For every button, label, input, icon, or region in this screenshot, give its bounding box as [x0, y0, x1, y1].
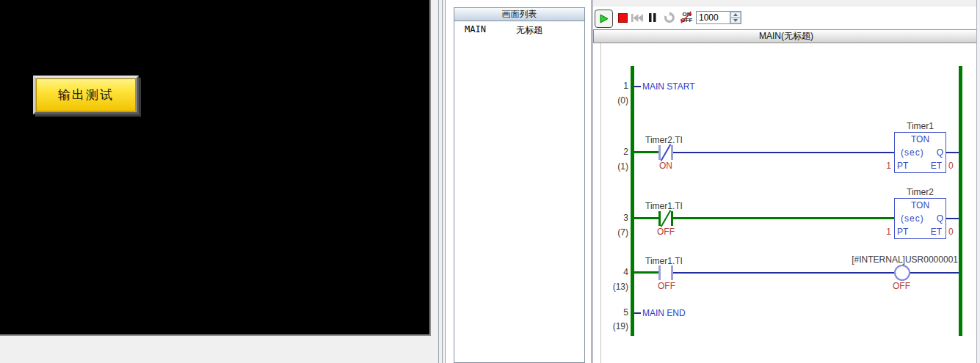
canvas-margin-line: [600, 43, 601, 363]
ton-pt-label: PT: [897, 161, 908, 171]
right-power-rail: [959, 66, 962, 336]
screen-list-row-main[interactable]: MAIN 无标题: [454, 23, 584, 36]
screen-list-panel: 画面列表 MAIN 无标题: [454, 7, 585, 363]
scan-interval-spinner: [696, 11, 741, 24]
window-top-strip: [593, 0, 980, 7]
ton-type: TON: [895, 200, 945, 210]
contact-bar: [658, 265, 661, 280]
rung-number: 5: [602, 307, 628, 318]
rung-number: 1: [602, 81, 628, 91]
ton-type: TON: [895, 134, 945, 144]
wire-energized: [633, 151, 658, 153]
wire-energized: [673, 217, 894, 219]
rung-number: 2: [602, 147, 628, 157]
ladder-title-bar: MAIN(无标题): [593, 29, 979, 43]
screen-name: MAIN: [465, 24, 486, 34]
contact-bar: [658, 145, 661, 160]
ton-unit: (sec): [901, 213, 924, 224]
contact-name: Timer1.TI: [645, 201, 683, 211]
ton-et-value: 0: [948, 161, 954, 171]
pause-icon: [648, 12, 657, 23]
run-button[interactable]: [595, 10, 613, 28]
chevron-down-icon: [733, 19, 738, 22]
ton-block-timer2[interactable]: TON (sec) Q PT ET: [894, 198, 946, 239]
refresh-icon: [663, 12, 676, 23]
chevron-up-icon: [733, 13, 738, 16]
rung-step: (0): [602, 95, 628, 106]
window-divider-line: [442, 0, 443, 363]
contact-state: OFF: [658, 281, 675, 291]
rung-label-main-start[interactable]: MAIN START: [642, 81, 695, 92]
ton-et-value: 0: [948, 227, 954, 237]
stop-button[interactable]: [618, 13, 628, 23]
rung-step: (19): [602, 321, 628, 331]
ton-q-label: Q: [937, 213, 943, 224]
ton-block-name: Timer1: [894, 121, 946, 131]
screen-title: 无标题: [516, 24, 542, 37]
rung-tick-wire: [634, 312, 641, 314]
rung-number: 3: [602, 213, 628, 223]
step-refresh-button[interactable]: [663, 12, 676, 23]
ton-block-name: Timer2: [894, 187, 946, 197]
coil-usr0000001[interactable]: [894, 265, 910, 281]
screen-list-window: 画面列表 MAIN 无标题: [445, 0, 592, 363]
ton-pt-label: PT: [897, 227, 908, 237]
contact-state: ON: [659, 161, 672, 171]
ton-q-label: Q: [937, 147, 943, 158]
spin-down-button[interactable]: [730, 18, 741, 23]
hmi-screen: 输出测试: [0, 0, 431, 336]
ton-et-label: ET: [931, 161, 942, 171]
reset-rewind-button[interactable]: [631, 13, 644, 23]
ton-unit: (sec): [901, 147, 924, 158]
wire-q-output: [946, 152, 959, 153]
play-icon: [599, 14, 609, 23]
rung-tick-wire: [634, 86, 641, 87]
rung-number: 4: [602, 267, 628, 277]
coil-name: [#INTERNAL]USR0000001: [833, 254, 958, 265]
ladder-title: MAIN(无标题): [759, 31, 813, 41]
contact-name: Timer2.TI: [645, 135, 683, 145]
output-test-button[interactable]: 输出测试: [33, 76, 139, 114]
spin-up-button[interactable]: [730, 12, 741, 18]
pause-button[interactable]: [648, 12, 657, 23]
left-power-rail: [631, 66, 634, 336]
contact-state: OFF: [657, 227, 675, 237]
contact-name: Timer1.TI: [645, 256, 683, 266]
rung-label-main-end[interactable]: MAIN END: [642, 308, 686, 318]
ton-et-label: ET: [931, 227, 942, 237]
ton-block-timer1[interactable]: TON (sec) Q PT ET: [894, 132, 946, 173]
scan-interval-input[interactable]: [697, 12, 730, 23]
wire-coil-output: [910, 272, 959, 274]
output-test-button-label: 输出测试: [58, 87, 114, 103]
rung-step: (13): [602, 282, 628, 292]
rewind-icon: [631, 13, 644, 23]
spinner-buttons: [730, 12, 741, 23]
ton-pt-value: 1: [872, 161, 891, 171]
window-right-strip: [977, 0, 980, 363]
onoff-toggle-button[interactable]: ON OFF: [679, 10, 694, 26]
wire-q-output: [946, 218, 959, 219]
coil-state: OFF: [893, 281, 910, 291]
onoff-arrows-icon: [679, 10, 694, 26]
ton-pt-value: 1: [872, 227, 891, 237]
rung-step: (7): [602, 227, 628, 238]
wire-energized: [633, 217, 658, 219]
window-divider-line: [438, 0, 439, 363]
rung-step: (1): [602, 161, 628, 172]
app-root: 输出测试 画面列表 MAIN 无标题: [0, 0, 980, 363]
screen-list-title: 画面列表: [454, 8, 584, 21]
wire-idle: [673, 152, 894, 153]
output-test-button-face: 输出测试: [36, 78, 136, 111]
contact-bar: [658, 211, 661, 226]
wire-idle: [673, 272, 894, 274]
wire-energized: [633, 271, 658, 274]
